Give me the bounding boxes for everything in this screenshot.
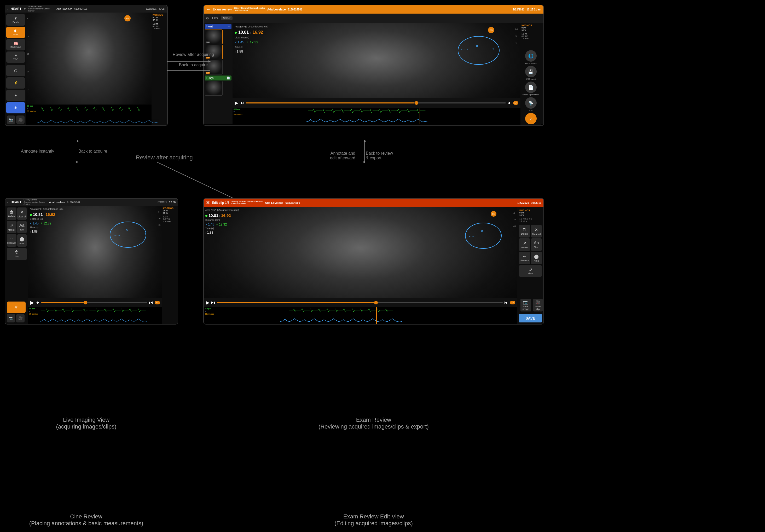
pacs-btn[interactable]: 🌐 PACS archive [525, 50, 537, 64]
dropdown-icon[interactable]: ▼ [24, 8, 26, 10]
header-live: ‹ HEART ▼ Sidney Kimmel Comprehensive Ca… [5, 5, 167, 13]
playback-edit: ▶ ⏮ ⏭ 1× [204, 298, 517, 307]
edit-close-icon[interactable]: ✕ [206, 200, 210, 206]
freeze-btn[interactable]: ❄ [6, 102, 25, 114]
photo-btn-cine[interactable]: 📷 [7, 314, 15, 322]
dist-edit-btn[interactable]: ↔ Distance [519, 252, 530, 264]
play-icon-exam[interactable]: ▶ [235, 100, 238, 106]
speed-badge-exam[interactable]: 1× [513, 101, 518, 105]
gain-btn[interactable]: ◐ 50% [6, 27, 25, 38]
progress-cine[interactable] [41, 302, 147, 303]
shape-btn[interactable]: ⬡ [6, 65, 25, 76]
area-edit-btn[interactable]: ⬤ Area [531, 252, 542, 264]
cross-e2: + [500, 233, 502, 237]
tgc-btn[interactable]: ≡ TGC [6, 52, 25, 63]
depth-btn[interactable]: ▼ Depth [6, 14, 25, 26]
sep-edit: | [220, 214, 220, 218]
plus-btn[interactable]: + [6, 90, 25, 101]
freeze-icon-cine: ❄ [15, 305, 18, 309]
prev-edit[interactable]: ⏮ [211, 300, 215, 305]
progress-edit[interactable] [217, 302, 503, 303]
delete-edit-btn[interactable]: 🗑 Delete [519, 225, 530, 238]
clear-edit-btn[interactable]: ✕ Clear all [531, 225, 542, 238]
prev-cine[interactable]: ⏮ [36, 300, 40, 305]
pacs-icon: 🌐 [525, 50, 537, 62]
us-image-edit: Area (cm²) | Circumference (cm) 10.81 | … [204, 207, 517, 324]
marker-icon: ↗ [10, 223, 13, 228]
plus-cine: + 12.32 [41, 221, 51, 226]
save-big-btn[interactable]: SAVE [519, 314, 542, 322]
camera-btn-cine[interactable]: 🎥 [16, 314, 25, 322]
hospital-live: Sidney Kimmel Comprehensive Cancer Cente… [28, 5, 54, 12]
marker-edit-btn[interactable]: ↗ Marker [519, 238, 530, 251]
area-edit-icon: ⬤ [534, 254, 539, 259]
cross-1: ✕ [475, 44, 479, 48]
body-type-btn[interactable]: 🫁 Body type [6, 39, 25, 50]
thumb-1[interactable]: 1/7 [205, 30, 223, 44]
select-btn[interactable]: Select [221, 16, 233, 20]
ke-div [519, 217, 541, 217]
usb-btn[interactable]: 💾 USB export [525, 66, 537, 80]
scan-btn[interactable]: 📡 Scan [525, 97, 537, 111]
lungs-tab[interactable]: Lungs 📄 [205, 76, 232, 81]
speed-cine[interactable]: 1× [155, 301, 160, 304]
lightning-btn[interactable]: ⚡ [6, 77, 25, 89]
phone-live: 6189824501 [74, 8, 88, 10]
photo-btn[interactable]: 📷 [7, 116, 15, 124]
cine-phone: 6189824501 [67, 201, 80, 204]
freeze-btn-cine[interactable]: ❄ [7, 301, 26, 313]
edit-date: 1/22/2021 [517, 202, 529, 204]
next-edit[interactable]: ⏭ [504, 300, 508, 305]
area-btn[interactable]: ⬤ Area [17, 234, 27, 247]
speed-edit[interactable]: 1× [510, 301, 515, 304]
x-val-exam: × 1.45 [235, 40, 244, 45]
progress-thumb-exam[interactable] [414, 101, 418, 105]
next-cine[interactable]: ⏭ [149, 300, 153, 305]
thumb-4[interactable] [205, 81, 223, 96]
thumb-2[interactable]: 2/7 [205, 45, 223, 59]
k-val2: 95 % [153, 19, 166, 21]
prev-icon-exam[interactable]: ⏮ [240, 101, 244, 105]
save-clip-btn[interactable]: 🎥 Save clip [533, 299, 543, 311]
app-title-live: HEART [11, 7, 21, 11]
marker-btn[interactable]: ↗ Marker [7, 221, 16, 233]
delete-btn[interactable]: 🗑 Delete [7, 208, 16, 220]
area-icon: ⬤ [20, 237, 24, 242]
back-icon[interactable]: ‹ [7, 7, 9, 11]
save-image-icon: 📷 [523, 300, 528, 305]
thumb-edit[interactable] [374, 301, 378, 304]
en-edit: EN [491, 211, 496, 217]
play-edit[interactable]: ▶ [206, 300, 210, 305]
fill-cine [41, 302, 84, 303]
clear-all-btn[interactable]: ✕ Clear all [17, 208, 27, 220]
play-cine[interactable]: ▶ [30, 300, 34, 305]
exam-back-icon[interactable]: ← [206, 7, 211, 12]
arrow-vertical-left [73, 139, 81, 191]
lungs-pencil-icon: 📄 [227, 77, 230, 79]
save-image-btn[interactable]: 📷 Save image [520, 299, 531, 311]
progress-track-exam[interactable] [246, 102, 506, 104]
time-btn-cine[interactable]: ⏱ Time [7, 248, 27, 260]
next-icon-exam[interactable]: ⏭ [507, 101, 511, 105]
text-edit-btn[interactable]: Aa Text [531, 238, 542, 251]
scale-cine: -5-10-15 [158, 211, 160, 226]
text-btn-cine[interactable]: Aa Text [17, 221, 27, 233]
device-edit-view: ✕ Edit clip 1/5 Sidney Kimmel Comprehens… [204, 199, 543, 324]
report-btn[interactable]: 📄 Report & patient info [522, 82, 539, 96]
annot-grid-top: 🗑 Delete ✕ Clear all ↗ Marker Aa Text [7, 208, 27, 247]
dot-icon [235, 31, 237, 35]
filter-label[interactable]: Filter [212, 17, 218, 20]
camera-btn[interactable]: 🎥 [16, 116, 25, 124]
complete-btn[interactable]: ✓ Complete [525, 113, 537, 126]
doppler-wave-exam [244, 117, 489, 124]
time-label-exam: Time (s) [235, 45, 268, 49]
thumb-1-badge: 1/7 [206, 42, 210, 43]
thumb-cine[interactable] [84, 301, 87, 304]
ecg-waveform [37, 106, 146, 112]
heart-tab[interactable]: Heart ✏ [205, 24, 232, 29]
filter-icon[interactable]: ⚙ [206, 16, 209, 20]
cine-back-icon[interactable]: ‹ [7, 200, 9, 204]
time-edit-btn[interactable]: ⏱ Time [519, 265, 542, 277]
distance-btn[interactable]: ↔ Distance [7, 234, 16, 247]
en-marker-exam: EN [488, 27, 494, 33]
